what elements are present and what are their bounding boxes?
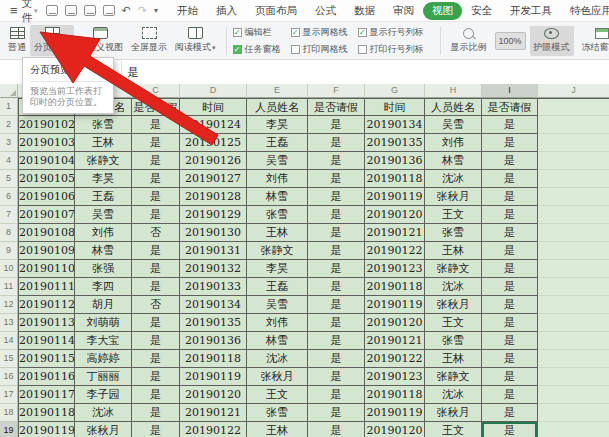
- row-header-1[interactable]: 1: [0, 98, 18, 116]
- cell-F5[interactable]: 是: [308, 170, 365, 188]
- cell-H1[interactable]: 人员姓名: [425, 98, 482, 116]
- cell-H15[interactable]: 王林: [425, 350, 482, 368]
- redo-icon[interactable]: ↷: [138, 5, 147, 16]
- formula-input[interactable]: 是: [121, 60, 609, 84]
- view-mode-button[interactable]: 自定义视图▾: [74, 25, 127, 56]
- cell-H8[interactable]: 张雪: [425, 224, 482, 242]
- row-header-19[interactable]: 19: [0, 422, 18, 437]
- more-commands-icon[interactable]: ▾: [154, 7, 158, 15]
- view-mode-button[interactable]: 阅读模式▾: [171, 25, 220, 56]
- cell-F1[interactable]: 是否请假: [308, 98, 365, 116]
- cell-H9[interactable]: 王林: [425, 242, 482, 260]
- ribbon-checkbox[interactable]: 打印网格线: [291, 43, 348, 56]
- cell-I1[interactable]: 是否请假: [482, 98, 538, 116]
- cell-I11[interactable]: 是: [482, 278, 538, 296]
- cell-G12[interactable]: 20190119: [365, 296, 425, 314]
- cell-F15[interactable]: 是: [308, 350, 365, 368]
- cell-C18[interactable]: 是: [132, 404, 180, 422]
- cell-B10[interactable]: 张强: [75, 260, 132, 278]
- cell-A8[interactable]: 20190108: [18, 224, 75, 242]
- cell-B11[interactable]: 李四: [75, 278, 132, 296]
- cell-I6[interactable]: 是: [482, 188, 538, 206]
- cell-H2[interactable]: 吴雪: [425, 116, 482, 134]
- cell-E16[interactable]: 张秋月: [247, 368, 308, 386]
- cell-E15[interactable]: 沈冰: [247, 350, 308, 368]
- cell-E11[interactable]: 王磊: [247, 278, 308, 296]
- ribbon-tab[interactable]: 开始: [168, 2, 207, 20]
- cell-J2[interactable]: [538, 116, 609, 134]
- cell-E8[interactable]: 王林: [247, 224, 308, 242]
- cell-I5[interactable]: 是: [482, 170, 538, 188]
- cell-A19[interactable]: 20190119: [18, 422, 75, 437]
- cell-A14[interactable]: 20190114: [18, 332, 75, 350]
- ribbon-tab[interactable]: 插入: [207, 2, 246, 20]
- row-header-5[interactable]: 5: [0, 170, 18, 188]
- row-header-4[interactable]: 4: [0, 152, 18, 170]
- cell-G8[interactable]: 20190121: [365, 224, 425, 242]
- cell-G7[interactable]: 20190120: [365, 206, 425, 224]
- row-header-15[interactable]: 15: [0, 350, 18, 368]
- column-header-F[interactable]: F: [308, 84, 365, 98]
- cell-J16[interactable]: [538, 368, 609, 386]
- print-icon[interactable]: [84, 5, 96, 16]
- row-header-10[interactable]: 10: [0, 260, 18, 278]
- column-header-D[interactable]: D: [180, 84, 247, 98]
- cell-C10[interactable]: 是: [132, 260, 180, 278]
- row-header-3[interactable]: 3: [0, 134, 18, 152]
- cell-G13[interactable]: 20190120: [365, 314, 425, 332]
- cell-I10[interactable]: 是: [482, 260, 538, 278]
- cell-B12[interactable]: 胡月: [75, 296, 132, 314]
- row-header-17[interactable]: 17: [0, 386, 18, 404]
- cell-I12[interactable]: 是: [482, 296, 538, 314]
- cell-A7[interactable]: 20190107: [18, 206, 75, 224]
- cell-G16[interactable]: 20190123: [365, 368, 425, 386]
- ribbon-checkbox[interactable]: 编辑栏: [233, 26, 281, 39]
- cell-B19[interactable]: 张秋月: [75, 422, 132, 437]
- cell-G18[interactable]: 20190119: [365, 404, 425, 422]
- cell-D9[interactable]: 20190131: [180, 242, 247, 260]
- cell-B8[interactable]: 刘伟: [75, 224, 132, 242]
- cell-J18[interactable]: [538, 404, 609, 422]
- cell-A4[interactable]: 20190104: [18, 152, 75, 170]
- cell-G9[interactable]: 20190122: [365, 242, 425, 260]
- cell-H13[interactable]: 王文: [425, 314, 482, 332]
- cell-A3[interactable]: 20190103: [18, 134, 75, 152]
- row-header-7[interactable]: 7: [0, 206, 18, 224]
- cell-J10[interactable]: [538, 260, 609, 278]
- cell-B18[interactable]: 沈冰: [75, 404, 132, 422]
- cell-D19[interactable]: 20190122: [180, 422, 247, 437]
- cell-B6[interactable]: 王磊: [75, 188, 132, 206]
- cell-C14[interactable]: 是: [132, 332, 180, 350]
- save-icon[interactable]: [46, 5, 58, 16]
- cell-H16[interactable]: 张静文: [425, 368, 482, 386]
- cell-G17[interactable]: 20190118: [365, 386, 425, 404]
- column-header-I[interactable]: I: [482, 84, 538, 98]
- cell-B9[interactable]: 林雪: [75, 242, 132, 260]
- cell-C15[interactable]: 是: [132, 350, 180, 368]
- cell-B4[interactable]: 张静文: [75, 152, 132, 170]
- cell-E17[interactable]: 王文: [247, 386, 308, 404]
- cell-E3[interactable]: 王磊: [247, 134, 308, 152]
- cell-F3[interactable]: 是: [308, 134, 365, 152]
- row-header-8[interactable]: 8: [0, 224, 18, 242]
- ribbon-tab[interactable]: 安全: [462, 2, 501, 20]
- cell-A10[interactable]: 20190110: [18, 260, 75, 278]
- cell-C9[interactable]: 是: [132, 242, 180, 260]
- cell-G4[interactable]: 20190136: [365, 152, 425, 170]
- row-header-6[interactable]: 6: [0, 188, 18, 206]
- cell-C12[interactable]: 否: [132, 296, 180, 314]
- ribbon-tab[interactable]: 审阅: [384, 2, 423, 20]
- file-menu[interactable]: 文件 ▾: [22, 0, 38, 25]
- cell-D18[interactable]: 20190121: [180, 404, 247, 422]
- cell-A16[interactable]: 20190116: [18, 368, 75, 386]
- cell-J4[interactable]: [538, 152, 609, 170]
- cell-G3[interactable]: 20190135: [365, 134, 425, 152]
- cell-D1[interactable]: 时间: [180, 98, 247, 116]
- cell-E10[interactable]: 李昊: [247, 260, 308, 278]
- column-header-G[interactable]: G: [365, 84, 425, 98]
- cell-D11[interactable]: 20190133: [180, 278, 247, 296]
- cell-E4[interactable]: 吴雪: [247, 152, 308, 170]
- cell-B16[interactable]: 丁丽丽: [75, 368, 132, 386]
- cell-J15[interactable]: [538, 350, 609, 368]
- cell-A6[interactable]: 20190106: [18, 188, 75, 206]
